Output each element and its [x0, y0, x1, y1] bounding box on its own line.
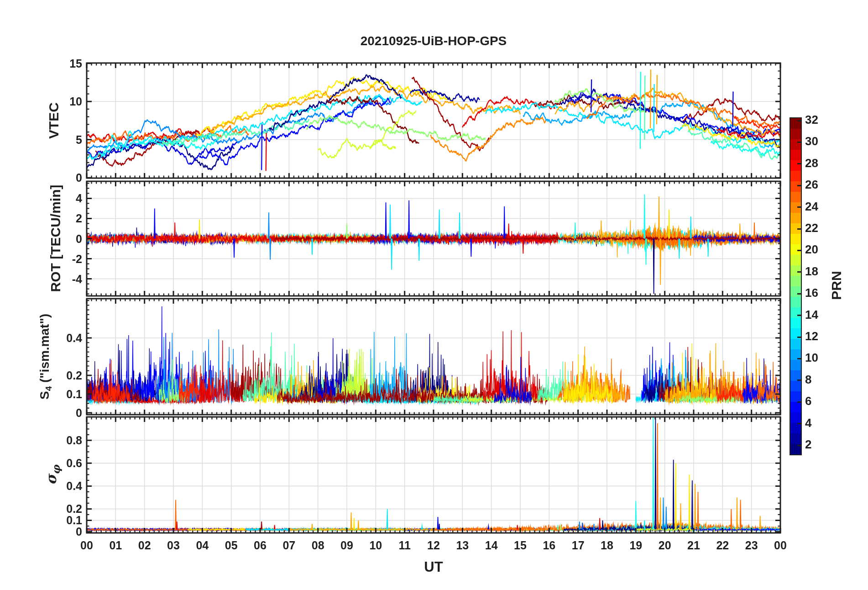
x-tick-label: 10	[361, 538, 390, 553]
colorbar-segment	[790, 171, 801, 181]
x-tick-label: 00	[72, 538, 101, 553]
colorbar-segment	[790, 297, 801, 307]
y-tick-label: 4	[45, 191, 82, 205]
colorbar-tick	[797, 293, 801, 295]
colorbar-segment	[790, 412, 801, 423]
x-tick-label: 23	[737, 538, 766, 553]
colorbar-segment	[790, 129, 801, 139]
y-tick-label: 0	[45, 406, 82, 420]
y-tick-label: -4	[45, 272, 82, 286]
colorbar-tick	[797, 185, 801, 186]
colorbar-tick	[797, 337, 801, 338]
y-tick-label: 0.8	[45, 433, 82, 448]
colorbar-tick	[797, 120, 801, 121]
y-tick-label: 0	[45, 170, 82, 185]
y-axis-label-vtec: VTEC	[45, 75, 63, 166]
x-tick-label: 22	[708, 538, 737, 553]
x-tick-label: 04	[188, 538, 217, 553]
x-tick-label: 02	[130, 538, 159, 553]
colorbar-tick	[797, 142, 801, 143]
colorbar	[790, 117, 802, 455]
colorbar-tick	[797, 163, 801, 164]
x-tick-label: 14	[477, 538, 506, 553]
x-tick-label: 19	[621, 538, 650, 553]
colorbar-tick-label: 18	[805, 264, 837, 279]
colorbar-segment	[790, 307, 801, 318]
colorbar-tick	[797, 358, 801, 359]
colorbar-tick	[797, 401, 801, 403]
y-tick-label: 0.1	[45, 387, 82, 401]
colorbar-tick-label: 20	[805, 242, 837, 257]
colorbar-tick	[797, 206, 801, 208]
colorbar-tick-label: 10	[805, 350, 837, 365]
colorbar-tick	[797, 445, 801, 446]
x-tick-label: 05	[217, 538, 246, 553]
colorbar-tick	[797, 315, 801, 316]
colorbar-tick-label: 8	[805, 372, 837, 387]
y-tick-label: 0.6	[45, 456, 82, 470]
colorbar-segment	[790, 234, 801, 244]
x-tick-label: 00	[766, 538, 795, 553]
colorbar-segment	[790, 192, 801, 202]
colorbar-tick	[797, 271, 801, 273]
colorbar-segment	[790, 423, 801, 433]
y-tick-label: 0.2	[45, 368, 82, 383]
x-tick-label: 13	[448, 538, 477, 553]
colorbar-segment	[790, 433, 801, 444]
x-tick-label: 09	[332, 538, 361, 553]
colorbar-segment	[790, 139, 801, 150]
x-tick-label: 03	[159, 538, 188, 553]
colorbar-tick-label: 12	[805, 329, 837, 343]
x-axis-label: UT	[87, 559, 780, 575]
colorbar-tick	[797, 250, 801, 251]
colorbar-segment	[790, 150, 801, 160]
y-tick-label: 0.2	[45, 501, 82, 516]
x-tick-label: 12	[419, 538, 448, 553]
chart-canvas	[0, 0, 868, 590]
colorbar-tick-label: 28	[805, 156, 837, 170]
colorbar-tick-label: 6	[805, 394, 837, 408]
colorbar-segment	[790, 381, 801, 391]
x-tick-label: 11	[390, 538, 419, 553]
colorbar-tick-label: 22	[805, 221, 837, 235]
y-tick-label: -2	[45, 252, 82, 266]
colorbar-segment	[790, 276, 801, 286]
colorbar-tick	[797, 423, 801, 424]
colorbar-segment	[790, 213, 801, 223]
y-tick-label: 10	[45, 94, 82, 109]
y-tick-label: 15	[45, 56, 82, 71]
colorbar-segment	[790, 318, 801, 328]
colorbar-tick-label: 14	[805, 307, 837, 322]
y-tick-label: 5	[45, 132, 82, 147]
x-tick-label: 17	[564, 538, 593, 553]
colorbar-tick-label: 30	[805, 134, 837, 148]
x-tick-label: 18	[592, 538, 622, 553]
colorbar-segment	[790, 402, 801, 412]
x-tick-label: 20	[650, 538, 680, 553]
colorbar-tick	[797, 228, 801, 230]
x-tick-label: 16	[534, 538, 564, 553]
x-tick-label: 08	[303, 538, 333, 553]
colorbar-segment	[790, 160, 801, 171]
colorbar-segment	[790, 265, 801, 276]
colorbar-tick-label: 24	[805, 199, 837, 214]
colorbar-segment	[790, 181, 801, 192]
page-title: 20210925-UiB-HOP-GPS	[87, 34, 780, 48]
colorbar-tick-label: 32	[805, 112, 837, 127]
x-tick-label: 01	[101, 538, 130, 553]
colorbar-tick-label: 26	[805, 177, 837, 192]
x-tick-label: 06	[246, 538, 275, 553]
y-tick-label: 0	[45, 232, 82, 246]
colorbar-segment	[790, 339, 801, 349]
x-tick-label: 21	[679, 538, 708, 553]
colorbar-tick	[797, 379, 801, 381]
colorbar-segment	[790, 391, 801, 402]
gps-scintillation-figure: 20210925-UiB-HOP-GPS VTEC ROT [TECU/min]…	[0, 0, 868, 590]
x-tick-label: 07	[274, 538, 303, 553]
y-tick-label: 2	[45, 211, 82, 226]
colorbar-tick-label: 16	[805, 285, 837, 300]
x-tick-label: 15	[506, 538, 535, 553]
y-tick-label: 0.4	[45, 479, 82, 493]
colorbar-segment	[790, 360, 801, 370]
colorbar-tick-label: 2	[805, 437, 837, 452]
